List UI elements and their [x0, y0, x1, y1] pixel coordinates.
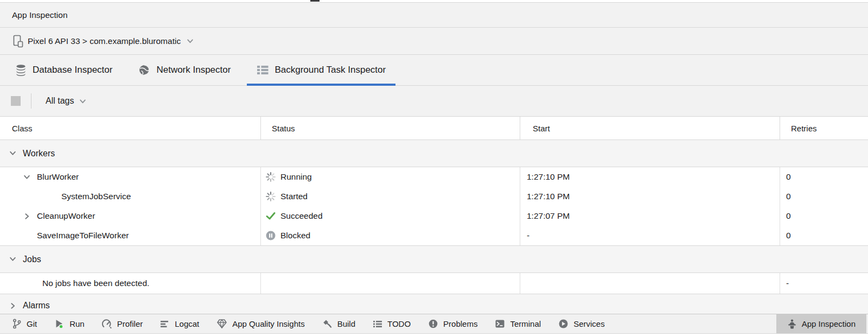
toolwindow-label: Build	[337, 319, 355, 328]
tab-label: Background Task Inspector	[275, 65, 386, 75]
empty-message: No jobs have been detected.	[42, 278, 149, 288]
problems-icon	[428, 319, 438, 329]
panel-header: App Inspection	[0, 2, 868, 28]
device-selector[interactable]: Pixel 6 API 33 > com.example.bluromatic	[28, 36, 181, 46]
toolwindow-logcat[interactable]: Logcat	[151, 314, 208, 333]
spinner-icon	[265, 172, 276, 182]
toolwindow-build[interactable]: Build	[314, 314, 364, 333]
table-header: Class Status Start Retries	[0, 116, 868, 140]
tab-network-inspector[interactable]: Network Inspector	[129, 55, 240, 85]
retries-count: 0	[786, 172, 791, 182]
task-list-icon	[257, 65, 269, 75]
retries-count: -	[786, 278, 789, 288]
toolwindow-services[interactable]: Services	[550, 314, 614, 333]
check-icon	[265, 211, 276, 221]
column-header-retries[interactable]: Retries	[780, 117, 868, 140]
start-time: 1:27:07 PM	[527, 211, 570, 221]
bottom-strip	[0, 334, 868, 336]
group-row-workers[interactable]: Workers	[0, 140, 868, 167]
logcat-icon	[160, 320, 170, 328]
toolwindow-app-quality-insights[interactable]: App Quality Insights	[208, 314, 313, 333]
group-row-jobs[interactable]: Jobs	[0, 245, 868, 273]
empty-jobs-row: No jobs have been detected. -	[0, 273, 868, 294]
worker-class-name: SaveImageToFileWorker	[37, 231, 129, 240]
table-row[interactable]: SaveImageToFileWorker Blocked - 0	[0, 226, 868, 245]
chevron-down-icon[interactable]	[9, 255, 17, 263]
chevron-down-icon[interactable]	[79, 97, 87, 105]
start-time: 1:27:10 PM	[527, 172, 570, 182]
retries-count: 0	[786, 211, 791, 221]
pause-icon	[265, 230, 276, 241]
column-header-status[interactable]: Status	[260, 117, 520, 140]
column-header-class[interactable]: Class	[0, 117, 260, 140]
toolwindow-label: Services	[573, 319, 605, 328]
retries-count: 0	[786, 192, 791, 201]
tab-label: Database Inspector	[33, 65, 112, 75]
toolwindow-run[interactable]: Run	[46, 314, 93, 333]
app-inspection-icon	[787, 319, 797, 329]
start-time: -	[527, 231, 529, 240]
chevron-right-icon[interactable]	[9, 302, 17, 310]
toolwindow-todo[interactable]: TODO	[364, 314, 419, 333]
terminal-icon	[495, 319, 505, 329]
chevron-down-icon[interactable]	[9, 149, 17, 157]
toolwindow-profiler[interactable]: Profiler	[93, 314, 152, 333]
spinner-icon	[265, 191, 276, 202]
group-row-alarms[interactable]: Alarms	[0, 294, 868, 314]
status-text: Blocked	[280, 231, 310, 240]
table-row[interactable]: BlurWorker	[0, 167, 868, 187]
worker-class-name: BlurWorker	[37, 172, 79, 182]
gem-icon	[216, 319, 227, 329]
profiler-gauge-icon	[102, 319, 112, 328]
panel-title: App Inspection	[12, 10, 68, 20]
group-label: Jobs	[23, 255, 41, 264]
retries-count: 0	[786, 231, 791, 240]
device-bar: Pixel 6 API 33 > com.example.bluromatic	[0, 28, 868, 55]
task-table: Workers BlurWorker	[0, 140, 868, 314]
tab-database-inspector[interactable]: Database Inspector	[5, 55, 122, 85]
group-label: Workers	[23, 149, 55, 159]
toolwindow-label: App Inspection	[802, 319, 856, 328]
table-row[interactable]: CleanupWorker Succeeded 1:27:07 PM 0	[0, 206, 868, 226]
status-text: Running	[280, 172, 312, 182]
inspector-tab-bar: Database Inspector Network Inspector	[0, 55, 868, 86]
tab-label: Network Inspector	[156, 65, 231, 75]
run-play-icon	[54, 319, 65, 329]
column-header-start[interactable]: Start	[520, 117, 780, 140]
worker-class-name: CleanupWorker	[37, 211, 95, 221]
tool-window-bar: Git Run Profiler	[0, 314, 868, 334]
toolwindow-label: Git	[27, 319, 37, 328]
tags-filter-dropdown[interactable]: All tags	[46, 96, 74, 106]
toolbar-divider	[31, 93, 31, 109]
toolwindow-terminal[interactable]: Terminal	[486, 314, 550, 333]
toolwindow-app-inspection[interactable]: App Inspection	[776, 314, 866, 333]
chevron-right-icon[interactable]	[23, 212, 37, 220]
toolwindow-label: Profiler	[117, 319, 143, 328]
table-row[interactable]: SystemJobService	[0, 187, 868, 206]
chevron-down-icon[interactable]	[186, 37, 194, 45]
worker-class-name: SystemJobService	[61, 192, 131, 201]
group-label: Alarms	[23, 301, 50, 310]
toolwindow-label: Logcat	[175, 319, 199, 328]
globe-icon	[138, 64, 150, 76]
status-text: Succeeded	[280, 211, 323, 221]
device-phone-icon	[13, 35, 23, 48]
splitter-handle[interactable]	[310, 0, 320, 2]
toolwindow-label: Run	[69, 319, 85, 328]
toolwindow-problems[interactable]: Problems	[419, 314, 486, 333]
git-branch-icon	[12, 319, 22, 329]
database-icon	[15, 64, 27, 76]
toolwindow-git[interactable]: Git	[3, 314, 46, 333]
toolwindow-label: TODO	[387, 319, 411, 328]
toolwindow-label: Problems	[443, 319, 477, 328]
toolwindow-label: Terminal	[510, 319, 541, 328]
graph-view-toggle-icon[interactable]	[11, 96, 21, 106]
status-text: Started	[280, 192, 308, 201]
app-inspection-panel: App Inspection Pixel 6 API 33 > com.exam…	[0, 0, 868, 336]
start-time: 1:27:10 PM	[527, 192, 570, 201]
toolwindow-label: App Quality Insights	[232, 319, 304, 328]
services-icon	[558, 319, 569, 329]
chevron-down-icon[interactable]	[23, 173, 37, 181]
tab-background-task-inspector[interactable]: Background Task Inspector	[247, 55, 395, 85]
filter-bar: All tags	[0, 86, 868, 116]
